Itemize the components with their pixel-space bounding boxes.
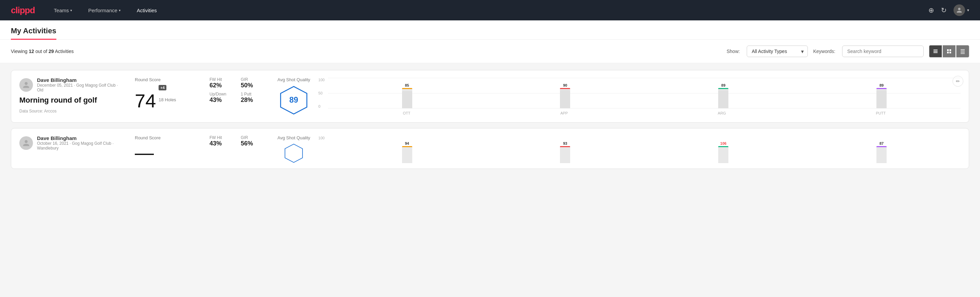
bar-arg: 89 xyxy=(718,83,729,109)
logo: clippd xyxy=(11,5,35,16)
bar-putt-value: 89 xyxy=(880,83,884,87)
nav-performance-label: Performance xyxy=(88,8,118,13)
bar-chart: 100 94 93 xyxy=(318,136,961,163)
user-menu[interactable]: ▾ xyxy=(953,5,969,16)
stat-one-putt: 1 Putt 28% xyxy=(241,92,264,104)
bar-arg-outer xyxy=(718,146,729,163)
nav-activities[interactable]: Activities xyxy=(134,0,160,21)
svg-rect-1 xyxy=(934,51,937,52)
search-input[interactable] xyxy=(842,46,924,57)
user-name: Dave Billingham xyxy=(37,135,121,141)
user-info: Dave Billingham October 16, 2021 · Gog M… xyxy=(37,135,121,150)
fw-hit-value: 43% xyxy=(210,140,232,147)
nav-teams[interactable]: Teams ▾ xyxy=(51,0,75,21)
bar-arg-top xyxy=(718,88,729,89)
refresh-icon[interactable]: ↻ xyxy=(941,6,947,14)
quality-section: Avg Shot Quality 100 94 xyxy=(277,135,961,163)
svg-marker-12 xyxy=(285,144,302,163)
list-view-button[interactable] xyxy=(929,45,942,57)
bar-app-top xyxy=(560,146,570,147)
hex-container xyxy=(277,143,310,163)
stats-section: FW Hit 62% GIR 50% Up/Down 43% 1 Putt 28… xyxy=(210,77,264,104)
chevron-down-icon: ▾ xyxy=(967,8,969,13)
bar-putt: 89 xyxy=(877,83,887,109)
activities-list: ✏ Dave Billingham December 05, 2021 · Go… xyxy=(0,63,980,176)
bar-arg: 106 xyxy=(718,141,729,163)
bar-chart: 100 50 0 85 xyxy=(318,78,961,115)
user-date: October 16, 2021 · Gog Magog Golf Club ·… xyxy=(37,141,121,150)
score-section: Round Score — xyxy=(135,135,196,162)
gir-value: 56% xyxy=(241,140,264,147)
bars-container: 85 90 xyxy=(328,78,961,109)
svg-rect-4 xyxy=(950,49,951,51)
add-circle-icon[interactable]: ⊕ xyxy=(928,6,934,14)
svg-rect-2 xyxy=(934,52,937,53)
bar-app-outer xyxy=(560,88,570,109)
gir-value: 50% xyxy=(241,82,264,89)
fw-hit-label: FW Hit xyxy=(210,77,232,82)
big-score: — xyxy=(135,143,154,162)
avatar xyxy=(19,136,33,150)
holes-text: 18 Holes xyxy=(159,97,176,102)
bar-putt-top xyxy=(877,88,887,89)
big-score: 74 xyxy=(135,91,156,110)
bar-ott: 85 xyxy=(402,83,412,109)
svg-rect-6 xyxy=(950,52,951,53)
bar-ott-value: 85 xyxy=(405,83,409,87)
gir-label: GIR xyxy=(241,135,264,140)
compact-view-button[interactable] xyxy=(956,45,969,57)
stat-gir: GIR 56% xyxy=(241,135,264,147)
fw-hit-value: 62% xyxy=(210,82,232,89)
user-name: Dave Billingham xyxy=(37,77,121,83)
user-info: Dave Billingham December 05, 2021 · Gog … xyxy=(37,77,121,93)
activity-card: Dave Billingham October 16, 2021 · Gog M… xyxy=(11,128,969,169)
x-label-app: APP xyxy=(560,111,568,115)
bar-arg-value: 106 xyxy=(720,141,726,145)
gir-label: GIR xyxy=(241,77,264,82)
stat-gir: GIR 50% xyxy=(241,77,264,89)
user-row: Dave Billingham October 16, 2021 · Gog M… xyxy=(19,135,121,150)
activity-title: Morning round of golf xyxy=(19,96,121,105)
bar-app: 90 xyxy=(560,83,570,109)
bars-container: 94 93 106 xyxy=(328,136,961,163)
bar-app-value: 90 xyxy=(563,83,567,87)
bar-putt: 87 xyxy=(877,141,887,163)
bar-putt-outer xyxy=(877,88,887,109)
svg-rect-5 xyxy=(947,52,949,53)
round-score-label: Round Score xyxy=(135,135,196,141)
quality-section: Avg Shot Quality 89 100 50 0 xyxy=(277,77,961,115)
fw-hit-label: FW Hit xyxy=(210,135,232,140)
chevron-down-icon: ▾ xyxy=(119,8,121,12)
y-axis-100: 100 xyxy=(318,78,325,82)
nav-teams-label: Teams xyxy=(54,8,69,13)
quality-left: Avg Shot Quality xyxy=(277,135,310,163)
stat-fw-hit: FW Hit 43% xyxy=(210,135,232,147)
card-left: Dave Billingham December 05, 2021 · Gog … xyxy=(19,77,121,113)
x-label-ott: OTT xyxy=(403,111,410,115)
bar-app: 93 xyxy=(560,141,570,163)
bar-ott-value: 94 xyxy=(405,141,409,145)
viewing-count-text: Viewing 12 out of 29 Activities xyxy=(11,49,721,54)
view-toggle xyxy=(929,45,969,57)
bar-arg-fill xyxy=(718,90,729,109)
y-axis-0: 0 xyxy=(318,104,325,109)
hexagon-chart xyxy=(283,143,304,163)
grid-view-button[interactable] xyxy=(943,45,956,57)
hexagon-chart: 89 xyxy=(278,85,309,115)
bar-arg-outer xyxy=(718,88,729,109)
x-label-putt: PUTT xyxy=(876,111,886,115)
avg-shot-quality-label: Avg Shot Quality xyxy=(277,77,310,82)
svg-rect-9 xyxy=(961,52,965,53)
user-row: Dave Billingham December 05, 2021 · Gog … xyxy=(19,77,121,93)
bar-ott-outer xyxy=(402,88,412,109)
svg-rect-7 xyxy=(961,49,965,50)
x-label-arg: ARG xyxy=(718,111,726,115)
activity-type-select[interactable]: All Activity Types xyxy=(747,46,808,57)
bar-app-outer xyxy=(560,146,570,163)
nav-performance[interactable]: Performance ▾ xyxy=(86,0,123,21)
navbar: clippd Teams ▾ Performance ▾ Activities … xyxy=(0,0,980,21)
avatar xyxy=(953,5,965,16)
bar-app-value: 93 xyxy=(563,141,567,145)
one-putt-value: 28% xyxy=(241,96,264,104)
bar-arg-value: 89 xyxy=(721,83,725,87)
